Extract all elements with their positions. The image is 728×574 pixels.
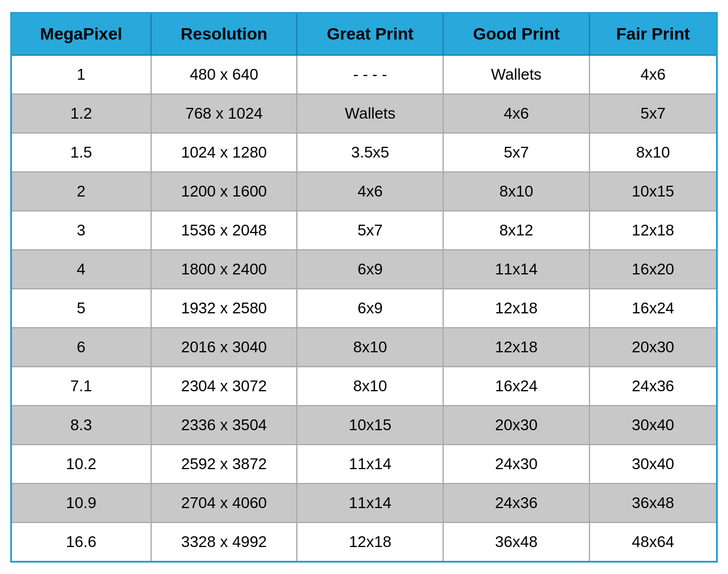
cell-good-print: 8x10 [443,172,589,211]
cell-megapixel: 1 [11,55,151,94]
table-row: 21200 x 16004x68x1010x15 [11,172,717,211]
cell-resolution: 2592 x 3872 [151,445,297,484]
table-row: 1480 x 640- - - -Wallets4x6 [11,55,717,94]
cell-fair-print: 36x48 [589,484,717,522]
table-row: 7.12304 x 30728x1016x2424x36 [11,367,717,406]
cell-resolution: 1932 x 2580 [151,289,297,328]
cell-resolution: 2704 x 4060 [151,484,297,522]
table-header-row: MegaPixel Resolution Great Print Good Pr… [11,13,717,55]
cell-megapixel: 8.3 [11,406,151,445]
cell-fair-print: 48x64 [589,522,717,562]
cell-fair-print: 12x18 [589,211,717,250]
cell-good-print: 20x30 [443,406,589,445]
cell-megapixel: 1.2 [11,94,151,133]
cell-megapixel: 10.9 [11,484,151,522]
cell-great-print: 10x15 [297,406,443,445]
cell-good-print: 4x6 [443,94,589,133]
cell-resolution: 1200 x 1600 [151,172,297,211]
cell-megapixel: 1.5 [11,133,151,172]
cell-fair-print: 4x6 [589,55,717,94]
cell-great-print: 12x18 [297,522,443,562]
table-row: 41800 x 24006x911x1416x20 [11,250,717,289]
cell-great-print: 5x7 [297,211,443,250]
cell-great-print: - - - - [297,55,443,94]
table-row: 51932 x 25806x912x1816x24 [11,289,717,328]
cell-resolution: 480 x 640 [151,55,297,94]
cell-fair-print: 16x24 [589,289,717,328]
cell-fair-print: 16x20 [589,250,717,289]
cell-great-print: Wallets [297,94,443,133]
cell-megapixel: 2 [11,172,151,211]
header-good-print: Good Print [443,13,589,55]
cell-fair-print: 5x7 [589,94,717,133]
table-row: 16.63328 x 499212x1836x4848x64 [11,522,717,562]
header-great-print: Great Print [297,13,443,55]
cell-megapixel: 4 [11,250,151,289]
cell-resolution: 768 x 1024 [151,94,297,133]
cell-resolution: 1536 x 2048 [151,211,297,250]
cell-megapixel: 3 [11,211,151,250]
cell-good-print: 5x7 [443,133,589,172]
cell-resolution: 2016 x 3040 [151,328,297,367]
cell-fair-print: 30x40 [589,445,717,484]
cell-great-print: 11x14 [297,484,443,522]
cell-fair-print: 20x30 [589,328,717,367]
cell-resolution: 2336 x 3504 [151,406,297,445]
table-row: 10.92704 x 406011x1424x3636x48 [11,484,717,522]
cell-great-print: 8x10 [297,328,443,367]
table-row: 8.32336 x 350410x1520x3030x40 [11,406,717,445]
cell-resolution: 1800 x 2400 [151,250,297,289]
header-fair-print: Fair Print [589,13,717,55]
cell-good-print: Wallets [443,55,589,94]
cell-fair-print: 30x40 [589,406,717,445]
table-row: 1.51024 x 12803.5x55x78x10 [11,133,717,172]
cell-great-print: 3.5x5 [297,133,443,172]
cell-fair-print: 10x15 [589,172,717,211]
cell-good-print: 36x48 [443,522,589,562]
cell-resolution: 3328 x 4992 [151,522,297,562]
cell-good-print: 11x14 [443,250,589,289]
cell-great-print: 8x10 [297,367,443,406]
table-row: 62016 x 30408x1012x1820x30 [11,328,717,367]
cell-megapixel: 6 [11,328,151,367]
cell-great-print: 4x6 [297,172,443,211]
cell-fair-print: 8x10 [589,133,717,172]
cell-good-print: 24x36 [443,484,589,522]
cell-great-print: 6x9 [297,289,443,328]
table-row: 31536 x 20485x78x1212x18 [11,211,717,250]
table-row: 10.22592 x 387211x1424x3030x40 [11,445,717,484]
header-resolution: Resolution [151,13,297,55]
header-megapixel: MegaPixel [11,13,151,55]
table-container: MegaPixel Resolution Great Print Good Pr… [10,12,718,563]
cell-resolution: 2304 x 3072 [151,367,297,406]
cell-good-print: 12x18 [443,328,589,367]
cell-great-print: 11x14 [297,445,443,484]
print-quality-table: MegaPixel Resolution Great Print Good Pr… [10,12,718,563]
cell-resolution: 1024 x 1280 [151,133,297,172]
cell-good-print: 8x12 [443,211,589,250]
cell-megapixel: 5 [11,289,151,328]
cell-good-print: 12x18 [443,289,589,328]
cell-good-print: 16x24 [443,367,589,406]
table-row: 1.2768 x 1024Wallets4x65x7 [11,94,717,133]
cell-megapixel: 10.2 [11,445,151,484]
cell-great-print: 6x9 [297,250,443,289]
cell-good-print: 24x30 [443,445,589,484]
cell-megapixel: 7.1 [11,367,151,406]
cell-megapixel: 16.6 [11,522,151,562]
cell-fair-print: 24x36 [589,367,717,406]
